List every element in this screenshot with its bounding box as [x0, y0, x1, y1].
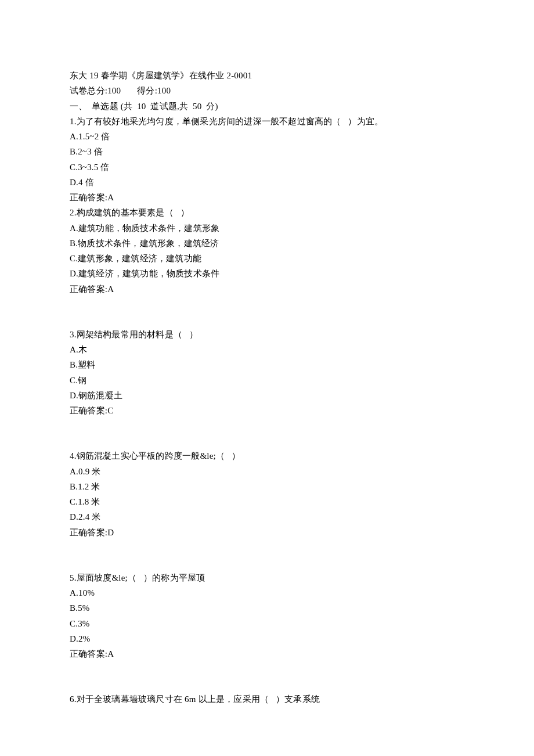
option-a: A.木 — [70, 342, 464, 357]
option-c: C.1.8 米 — [70, 494, 464, 509]
question-block-2: 2.构成建筑的基本要素是（ ） A.建筑功能，物质技术条件，建筑形象 B.物质技… — [70, 205, 464, 297]
option-d: D.4 倍 — [70, 175, 464, 190]
question-text: 6.对于全玻璃幕墙玻璃尺寸在 6m 以上是，应采用（ ）支承系统 — [70, 692, 464, 707]
option-b: B.塑料 — [70, 357, 464, 372]
option-c: C.3~3.5 倍 — [70, 160, 464, 175]
document-header: 东大 19 春学期《房屋建筑学》在线作业 2-0001 试卷总分:100得分:1… — [70, 68, 464, 205]
question-block-6: 6.对于全玻璃幕墙玻璃尺寸在 6m 以上是，应采用（ ）支承系统 — [70, 692, 464, 707]
answer-line: 正确答案:A — [70, 282, 464, 297]
option-b: B.2~3 倍 — [70, 144, 464, 159]
question-text: 3.网架结构最常用的材料是（ ） — [70, 327, 464, 342]
answer-line: 正确答案:A — [70, 190, 464, 205]
option-a: A.建筑功能，物质技术条件，建筑形象 — [70, 221, 464, 236]
option-c: C.钢 — [70, 373, 464, 388]
question-block-4: 4.钢筋混凝土实心平板的跨度一般&le;（ ） A.0.9 米 B.1.2 米 … — [70, 448, 464, 540]
option-d: D.钢筋混凝土 — [70, 388, 464, 403]
section-line: 一、 单选题 (共 10 道试题,共 50 分) — [70, 99, 464, 114]
option-a: A.10% — [70, 585, 464, 600]
question-block-5: 5.屋面坡度&le;（ ）的称为平屋顶 A.10% B.5% C.3% D.2%… — [70, 570, 464, 662]
question-text: 4.钢筋混凝土实心平板的跨度一般&le;（ ） — [70, 448, 464, 463]
option-b: B.5% — [70, 600, 464, 615]
total-score: 试卷总分:100 — [70, 86, 121, 95]
option-b: B.物质技术条件，建筑形象，建筑经济 — [70, 236, 464, 251]
answer-line: 正确答案:D — [70, 525, 464, 540]
question-block-3: 3.网架结构最常用的材料是（ ） A.木 B.塑料 C.钢 D.钢筋混凝土 正确… — [70, 327, 464, 419]
title-line: 东大 19 春学期《房屋建筑学》在线作业 2-0001 — [70, 68, 464, 83]
option-d: D.2% — [70, 631, 464, 646]
option-a: A.0.9 米 — [70, 464, 464, 479]
question-text: 1.为了有较好地采光均匀度，单侧采光房间的进深一般不超过窗高的（ ）为宜。 — [70, 114, 464, 129]
option-d: D.建筑经济，建筑功能，物质技术条件 — [70, 266, 464, 281]
question-text: 5.屋面坡度&le;（ ）的称为平屋顶 — [70, 570, 464, 585]
option-d: D.2.4 米 — [70, 509, 464, 524]
option-b: B.1.2 米 — [70, 479, 464, 494]
option-a: A.1.5~2 倍 — [70, 129, 464, 144]
answer-line: 正确答案:C — [70, 403, 464, 418]
option-c: C.3% — [70, 616, 464, 631]
obtained-score: 得分:100 — [137, 86, 171, 95]
question-text: 2.构成建筑的基本要素是（ ） — [70, 205, 464, 220]
answer-line: 正确答案:A — [70, 646, 464, 661]
option-c: C.建筑形象，建筑经济，建筑功能 — [70, 251, 464, 266]
score-line: 试卷总分:100得分:100 — [70, 83, 464, 98]
